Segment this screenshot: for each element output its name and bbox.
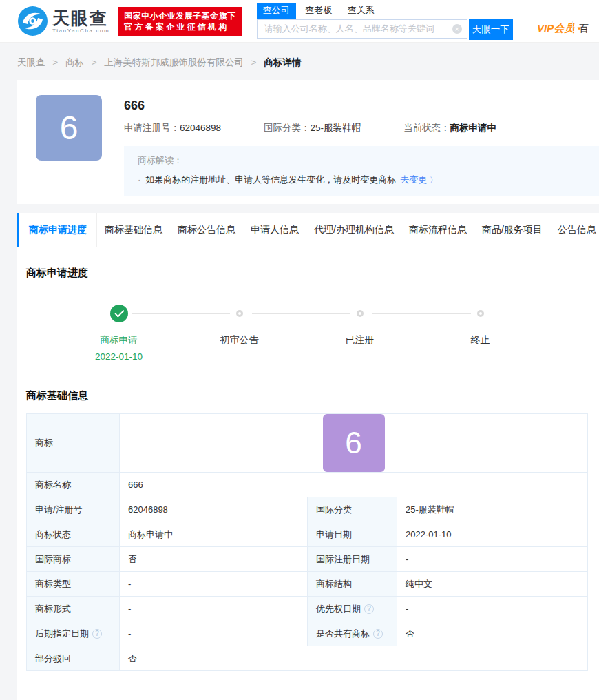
cell-label-text: 优先权日期 [316, 604, 361, 614]
help-icon[interactable]: ? [92, 629, 102, 639]
search-tabs: 查公司 查老板 查关系 [257, 3, 385, 19]
search-area: 查公司 查老板 查关系 × 天眼一下 [257, 3, 513, 40]
search-tab-company[interactable]: 查公司 [257, 3, 296, 19]
table-row: 部分驳回 否 [27, 646, 588, 671]
breadcrumb: 天眼查 > 商标 > 上海美特斯邦威服饰股份有限公司 > 商标详情 [0, 43, 599, 80]
tab-application-progress[interactable]: 商标申请进度 [17, 213, 97, 247]
cell-label: 国际分类 [308, 497, 397, 522]
cell-label: 国际注册日期 [308, 547, 397, 572]
progress-section-title: 商标申请进度 [26, 267, 599, 280]
breadcrumb-separator: > [52, 57, 58, 68]
cell-label: 商标形式 [27, 597, 120, 621]
trademark-image-tile: 6 [36, 95, 102, 161]
breadcrumb-separator: > [251, 57, 257, 68]
brand-name: 天眼查 [52, 9, 109, 27]
progress-step-preliminary: 初审公告 [179, 305, 300, 362]
change-trademark-link-label: 去变更 [400, 174, 427, 185]
cell-value: 商标申请中 [120, 522, 308, 547]
nav-partial-item[interactable]: 百 [579, 23, 589, 35]
cell-label: 商标结构 [308, 572, 397, 597]
tab-applicant-info[interactable]: 申请人信息 [243, 213, 306, 247]
search-tab-relation[interactable]: 查关系 [341, 3, 381, 19]
tianyancha-logo-icon [17, 6, 48, 37]
basic-info-section-title: 商标基础信息 [26, 389, 599, 402]
step-label: 商标申请 [101, 334, 138, 347]
cell-value: 否 [397, 621, 588, 646]
search-input[interactable] [257, 19, 467, 39]
step-date: 2022-01-10 [95, 351, 143, 362]
table-row: 国际商标 否 国际注册日期 - [27, 547, 588, 572]
nav-divider [572, 21, 573, 33]
cell-value: 2022-01-10 [397, 522, 588, 547]
brand-domain: TianYanCha.com [52, 28, 109, 34]
detail-tabs: 商标申请进度 商标基础信息 商标公告信息 申请人信息 代理/办理机构信息 商标流… [17, 213, 599, 247]
breadcrumb-trademark[interactable]: 商标 [65, 57, 84, 68]
change-trademark-link[interactable]: 去变更 〉 [400, 174, 437, 185]
cell-label: 部分驳回 [27, 646, 120, 671]
breadcrumb-separator: > [92, 57, 97, 68]
vip-link[interactable]: VIP会员▼ [537, 22, 582, 35]
detail-card: 商标申请进度 商标基础信息 商标公告信息 申请人信息 代理/办理机构信息 商标流… [17, 213, 599, 700]
badge-line1: 国家中小企业发展子基金旗下 [124, 10, 236, 21]
cell-value: - [120, 572, 308, 597]
tab-announcement-info[interactable]: 公告信息 [550, 213, 599, 247]
tab-goods-services[interactable]: 商品/服务项目 [474, 213, 550, 247]
tab-basic-info[interactable]: 商标基础信息 [97, 213, 170, 247]
progress-step-applied: 商标申请 2022-01-10 [59, 305, 179, 362]
table-row: 商标名称 666 [27, 473, 588, 497]
help-icon[interactable]: ? [364, 604, 374, 614]
cell-label: 后期指定日期? [27, 621, 120, 646]
cell-value: 否 [120, 547, 308, 572]
cell-value: - [397, 597, 588, 621]
search-button[interactable]: 天眼一下 [469, 19, 513, 40]
cell-value: 否 [120, 646, 588, 671]
trademark-name: 666 [124, 98, 599, 113]
tianyancha-logo[interactable]: 天眼查 TianYanCha.com [17, 6, 109, 37]
bullet-icon: · [138, 174, 140, 185]
table-row: 商标 6 [27, 414, 588, 473]
field-reg-no-label: 申请注册号： [124, 123, 180, 133]
field-status-value: 商标申请中 [450, 123, 497, 133]
interpretation-box: 商标解读： ·如果商标的注册地址、申请人等信息发生变化，请及时变更商标去变更 〉 [124, 146, 599, 196]
field-status: 当前状态：商标申请中 [403, 122, 496, 134]
field-reg-no: 申请注册号：62046898 [124, 122, 221, 134]
interpretation-tip: 如果商标的注册地址、申请人等信息发生变化，请及时变更商标 [145, 174, 396, 185]
search-tab-boss[interactable]: 查老板 [299, 3, 338, 19]
breadcrumb-company[interactable]: 上海美特斯邦威服饰股份有限公司 [104, 57, 244, 68]
interpretation-heading: 商标解读： [138, 154, 588, 167]
cell-value: - [120, 597, 308, 621]
table-row: 申请/注册号 62046898 国际分类 25-服装鞋帽 [27, 497, 588, 522]
breadcrumb-home[interactable]: 天眼查 [17, 57, 45, 68]
check-circle-icon [110, 305, 128, 322]
cell-value: 25-服装鞋帽 [397, 497, 588, 522]
cell-label: 申请日期 [308, 522, 397, 547]
cell-label: 商标 [27, 414, 120, 473]
field-class-label: 国际分类： [264, 123, 311, 133]
cell-label: 商标名称 [27, 473, 120, 497]
cell-label: 商标类型 [27, 572, 120, 597]
table-row: 商标状态 商标申请中 申请日期 2022-01-10 [27, 522, 588, 547]
pending-circle-icon [477, 310, 484, 317]
tab-process-info[interactable]: 商标流程信息 [401, 213, 474, 247]
help-icon[interactable]: ? [373, 629, 383, 639]
cell-value: - [120, 621, 308, 646]
step-label: 初审公告 [220, 334, 259, 347]
credential-badge: 国家中小企业发展子基金旗下 官方备案企业征信机构 [118, 7, 242, 36]
cell-value: 纯中文 [397, 572, 588, 597]
progress-steps: 商标申请 2022-01-10 初审公告 已注册 终止 [59, 305, 540, 362]
cell-value: - [397, 547, 588, 572]
table-row: 商标类型 - 商标结构 纯中文 [27, 572, 588, 597]
trademark-header-card: 6 666 申请注册号：62046898 国际分类：25-服装鞋帽 当前状态：商… [17, 80, 599, 204]
basic-info-table: 商标 6 商标名称 666 申请/注册号 62046898 国际分类 25-服装… [26, 413, 588, 671]
cell-label: 国际商标 [27, 547, 120, 572]
field-class: 国际分类：25-服装鞋帽 [264, 122, 361, 134]
cell-label: 是否共有商标? [308, 621, 397, 646]
tab-gazette-info[interactable]: 商标公告信息 [170, 213, 243, 247]
trademark-image-tile-small: 6 [323, 414, 385, 472]
clear-search-icon[interactable]: × [452, 24, 462, 34]
breadcrumb-current: 商标详情 [264, 57, 301, 68]
chevron-right-icon: 〉 [430, 176, 437, 184]
tab-agency-info[interactable]: 代理/办理机构信息 [306, 213, 401, 247]
pending-circle-icon [357, 310, 364, 317]
step-label: 已注册 [346, 334, 375, 347]
